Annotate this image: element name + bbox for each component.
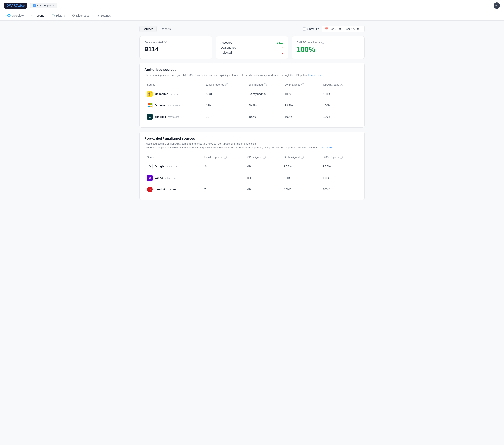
forwarded-sources-section: Forwarded / unaligned sources These sour…: [140, 132, 364, 200]
table-row[interactable]: Z Zendesk zdsys.com 12 100% 100% 100%: [144, 111, 360, 122]
source-cell: TM trendmicro.com: [144, 184, 202, 195]
accepted-row: Accepted 9110: [221, 41, 284, 44]
quarantined-row: Quarantined 4: [221, 46, 284, 49]
table-row[interactable]: 🐒 Mailchimp mcsv.net 8931 (unsupported) …: [144, 88, 360, 100]
dkim-col-info[interactable]: i: [301, 83, 305, 86]
dmarc-cell: 100%: [321, 88, 360, 100]
logo[interactable]: DMARCwise: [4, 3, 27, 9]
logo-text: DMARC: [6, 4, 18, 7]
show-ips-checkbox[interactable]: [303, 27, 306, 31]
date-range-picker[interactable]: 📅 Sep 8, 2024 - Sep 14, 2024: [322, 26, 364, 32]
emails-cell: 7: [202, 184, 245, 195]
emails-cell: 12: [204, 111, 246, 122]
fw-col-emails: Emails reported i: [202, 154, 245, 161]
authorized-learn-more-link[interactable]: Learn more.: [308, 73, 323, 77]
fw-dkim-col-info[interactable]: i: [301, 156, 304, 159]
nav-item-reports[interactable]: ✉ Reports: [28, 11, 47, 20]
forwarded-learn-more-link[interactable]: Learn more.: [318, 146, 332, 149]
source-name: Yahoo: [155, 176, 163, 180]
dmarc-col-info[interactable]: i: [340, 83, 343, 86]
rejected-row: Rejected 0: [221, 51, 284, 54]
svg-rect-1: [150, 103, 152, 105]
logo-brand: wise: [18, 4, 24, 7]
topbar: DMARCwise T trackbot.pro × MC: [0, 0, 504, 11]
table-row[interactable]: Y! Yahoo yahoo.com 11 0% 100% 100%: [144, 172, 360, 184]
source-domain: outlook.com: [167, 104, 180, 107]
domain-close-icon[interactable]: ×: [53, 4, 54, 7]
fw-col-dkim: DKIM aligned i: [282, 154, 321, 161]
controls: Show IPs 📅 Sep 8, 2024 - Sep 14, 2024: [303, 26, 364, 32]
fw-dmarc-col-info[interactable]: i: [340, 156, 343, 159]
forwarded-header-row: Source Emails reported i SPF aligned i D…: [144, 154, 360, 161]
col-emails: Emails reported i: [204, 81, 246, 88]
table-row[interactable]: G Google google.com 24 0% 95.8% 95.8%: [144, 161, 360, 172]
source-cell: G Google google.com: [144, 161, 202, 172]
mailchimp-logo: 🐒: [147, 91, 153, 97]
emails-cell: 8931: [204, 88, 246, 100]
disposition-rows: Accepted 9110 Quarantined 4 Rejected 0: [221, 41, 284, 54]
fw-emails-col-info[interactable]: i: [224, 156, 227, 159]
svg-rect-3: [150, 106, 152, 107]
sub-tab-sources[interactable]: Sources: [140, 26, 157, 32]
spf-cell: (unsupported): [246, 88, 282, 100]
nav-label-history: History: [56, 14, 65, 17]
spf-cell: 0%: [245, 184, 282, 195]
google-logo: G: [147, 164, 153, 169]
main-nav: 🌐 Overview ✉ Reports 🕐 History 🛡 Diagnos…: [0, 11, 504, 21]
zendesk-logo: Z: [147, 114, 153, 120]
domain-icon: T: [33, 4, 36, 7]
nav-label-reports: Reports: [34, 14, 44, 17]
dkim-cell: 100%: [282, 111, 321, 122]
stat-card-disposition: Accepted 9110 Quarantined 4 Rejected 0: [216, 36, 288, 59]
authorized-sources-title: Authorized sources: [144, 68, 360, 72]
dmarc-info-icon[interactable]: i: [321, 41, 324, 44]
dmarc-cell: 100%: [320, 184, 360, 195]
spf-cell: 100%: [246, 111, 282, 122]
domain-tab[interactable]: T trackbot.pro ×: [30, 3, 57, 8]
avatar[interactable]: MC: [494, 2, 500, 9]
dmarc-compliance-value: 100%: [297, 45, 360, 54]
sub-tab-reports[interactable]: Reports: [157, 26, 174, 32]
quarantined-label: Quarantined: [221, 46, 236, 49]
emails-col-info[interactable]: i: [225, 83, 228, 86]
source-domain: google.com: [166, 165, 178, 168]
source-name: Google: [155, 165, 164, 168]
trendmicro-logo: TM: [147, 187, 153, 192]
dmarc-cell: 95.8%: [320, 161, 360, 172]
nav-item-settings[interactable]: ⚙ Settings: [93, 11, 114, 20]
authorized-sources-section: Authorized sources These sending sources…: [140, 63, 364, 128]
show-ips-label: Show IPs: [307, 27, 319, 31]
nav-item-diagnoses[interactable]: 🛡 Diagnoses: [69, 11, 93, 20]
forwarded-sources-title: Forwarded / unaligned sources: [144, 137, 360, 140]
date-range-value: Sep 8, 2024 - Sep 14, 2024: [330, 27, 361, 30]
source-domain: mcsv.net: [170, 93, 179, 96]
diagnoses-icon: 🛡: [72, 14, 75, 17]
page-content: Sources Reports Show IPs 📅 Sep 8, 2024 -…: [135, 21, 369, 209]
table-header-row: Source Emails reported i SPF aligned i D…: [144, 81, 360, 88]
dkim-cell: 100%: [282, 172, 321, 184]
source-cell: Z Zendesk zdsys.com: [144, 111, 204, 122]
table-row[interactable]: Outlook outlook.com 129 89.9% 99.2% 100%: [144, 100, 360, 111]
nav-label-overview: Overview: [12, 14, 23, 17]
show-ips-toggle[interactable]: Show IPs: [303, 27, 319, 31]
source-cell: Outlook outlook.com: [144, 100, 204, 111]
col-source: Source: [144, 81, 204, 88]
svg-rect-2: [148, 106, 149, 107]
history-icon: 🕐: [52, 14, 55, 17]
spf-col-info[interactable]: i: [264, 83, 267, 86]
stat-card-emails: Emails reported i 9114: [140, 36, 212, 59]
calendar-icon: 📅: [325, 27, 328, 30]
emails-info-icon[interactable]: i: [164, 41, 167, 44]
fw-spf-col-info[interactable]: i: [263, 156, 266, 159]
table-row[interactable]: TM trendmicro.com 7 0% 100% 100%: [144, 184, 360, 195]
nav-item-overview[interactable]: 🌐 Overview: [4, 11, 27, 20]
dmarc-cell: 100%: [321, 111, 360, 122]
emails-reported-label: Emails reported i: [144, 41, 207, 44]
nav-item-history[interactable]: 🕐 History: [48, 11, 68, 20]
source-name: trendmicro.com: [155, 188, 176, 191]
domain-label: trackbot.pro: [37, 4, 51, 7]
source-cell: Y! Yahoo yahoo.com: [144, 172, 202, 184]
dkim-cell: 99.2%: [282, 100, 321, 111]
stats-row: Emails reported i 9114 Accepted 9110 Qua…: [140, 36, 364, 59]
authorized-sources-table: Source Emails reported i SPF aligned i D…: [144, 81, 360, 122]
